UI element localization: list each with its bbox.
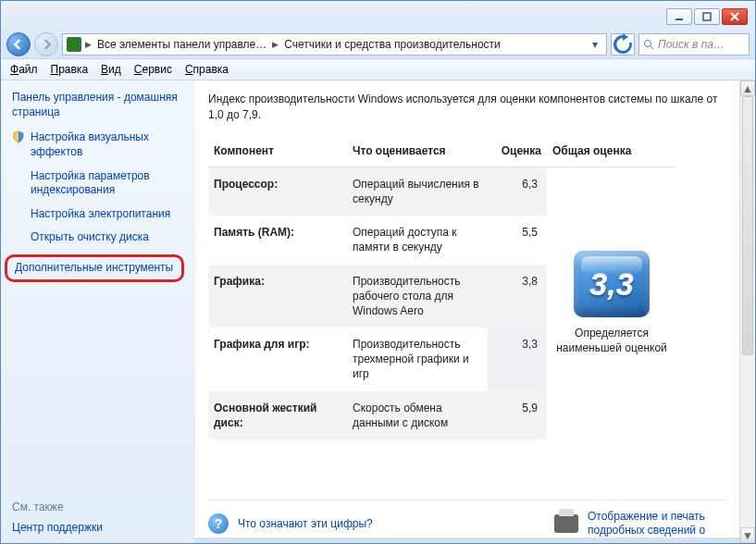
sidebar-item-advanced[interactable]: Дополнительные инструменты [5, 254, 184, 282]
row-graphics-label: Графика: [208, 265, 347, 328]
svg-point-4 [645, 41, 651, 47]
minimize-button[interactable] [666, 8, 692, 25]
search-box[interactable]: Поиск в па… [638, 33, 750, 56]
nav-row: ▶ Все элементы панели управле… ▶ Счетчик… [6, 31, 750, 58]
row-graphics-score: 3,8 [488, 265, 547, 328]
shield-icon [12, 130, 25, 143]
th-what: Что оценивается [347, 139, 488, 167]
sidebar: Панель управления - домашняя страница На… [1, 80, 195, 543]
row-ram-what: Операций доступа к памяти в секунду [347, 216, 488, 264]
row-gaming-label: Графика для игр: [208, 328, 347, 391]
breadcrumb-sep: ▶ [272, 40, 279, 49]
link-what-numbers[interactable]: Что означают эти цифры? [238, 517, 373, 531]
address-bar[interactable]: ▶ Все элементы панели управле… ▶ Счетчик… [62, 33, 607, 56]
see-also-heading: См. также [12, 501, 184, 513]
sidebar-item-label: Дополнительные инструменты [15, 261, 173, 276]
close-button[interactable] [722, 8, 748, 25]
row-cpu-score: 6,3 [488, 167, 547, 216]
row-hdd-label: Основной жесткий диск: [208, 391, 347, 439]
menubar: Файл Правка Вид Сервис Справка [1, 58, 755, 80]
th-score: Оценка [488, 139, 547, 167]
breadcrumb-page[interactable]: Счетчики и средства производительности [279, 38, 505, 51]
window: ▶ Все элементы панели управле… ▶ Счетчик… [0, 0, 756, 544]
footer-links: ? Что означают эти цифры? Отображение и … [208, 500, 726, 543]
base-score-badge: 3,3 [574, 251, 650, 317]
scrollbar[interactable]: ▲ ▼ [739, 80, 755, 543]
control-panel-icon [67, 37, 81, 52]
sidebar-home-link[interactable]: Панель управления - домашняя страница [12, 90, 184, 119]
search-icon [643, 39, 654, 50]
row-ram-label: Память (RAM): [208, 216, 347, 264]
svg-line-5 [651, 46, 653, 49]
svg-rect-1 [703, 13, 711, 20]
scroll-track[interactable] [740, 96, 755, 527]
sidebar-links: Настройка визуальных эффектов Настройка … [12, 130, 184, 281]
th-base: Общая оценка [547, 139, 676, 167]
sidebar-item-label: Настройка визуальных эффектов [31, 130, 184, 159]
titlebar [6, 6, 750, 27]
scroll-thumb[interactable] [742, 96, 753, 355]
menu-view[interactable]: Вид [101, 63, 121, 76]
sidebar-support-link[interactable]: Центр поддержки [12, 521, 184, 534]
address-dropdown[interactable]: ▾ [588, 38, 602, 51]
refresh-button[interactable] [611, 33, 635, 56]
help-icon: ? [208, 513, 229, 534]
intro-text: Индекс производительности Windows исполь… [208, 92, 726, 124]
th-component: Компонент [208, 139, 347, 167]
window-chrome: ▶ Все элементы панели управле… ▶ Счетчик… [1, 1, 755, 58]
sidebar-item-indexing[interactable]: Настройка параметров индексирования [12, 169, 184, 198]
menu-edit[interactable]: Правка [51, 63, 89, 76]
content: Панель управления - домашняя страница На… [1, 80, 755, 543]
printer-icon [554, 514, 578, 533]
breadcrumb-sep: ▶ [85, 40, 92, 49]
row-cpu-what: Операций вычисления в секунду [347, 167, 488, 216]
menu-help[interactable]: Справка [185, 63, 229, 76]
sidebar-item-diskcleanup[interactable]: Открыть очистку диска [12, 230, 184, 245]
menu-file[interactable]: Файл [10, 63, 38, 76]
sidebar-item-label: Настройка параметров индексирования [31, 169, 184, 198]
maximize-button[interactable] [694, 8, 720, 25]
row-gaming-what: Производительность трехмерной графики и … [347, 328, 488, 391]
row-ram-score: 5,5 [488, 216, 547, 264]
search-placeholder: Поиск в па… [658, 38, 725, 51]
scroll-up-button[interactable]: ▲ [740, 80, 755, 96]
sidebar-item-label: Настройка электропитания [31, 207, 170, 222]
breadcrumb-cp[interactable]: Все элементы панели управле… [92, 38, 272, 51]
forward-button[interactable] [34, 32, 58, 56]
link-print-details[interactable]: Отображение и печать подробных сведений … [588, 510, 726, 538]
row-hdd-score: 5,9 [488, 391, 547, 439]
back-button[interactable] [6, 32, 31, 56]
menu-tools[interactable]: Сервис [134, 63, 172, 76]
base-score-caption: Определяется наименьшей оценкой [551, 327, 673, 355]
sidebar-item-visual[interactable]: Настройка визуальных эффектов [12, 130, 184, 159]
base-score-col: 3,3 Определяется наименьшей оценкой [547, 167, 676, 439]
row-gaming-score: 3,3 [488, 328, 547, 391]
main-panel: Индекс производительности Windows исполь… [195, 80, 739, 543]
scores-table: Компонент Что оценивается Оценка Общая о… [208, 139, 726, 439]
row-cpu-label: Процессор: [208, 167, 347, 216]
row-hdd-what: Скорость обмена данными с диском [347, 391, 488, 439]
row-graphics-what: Производительность рабочего стола для Wi… [347, 265, 488, 328]
sidebar-item-label: Открыть очистку диска [31, 230, 149, 245]
sidebar-item-power[interactable]: Настройка электропитания [12, 207, 184, 222]
scroll-down-button[interactable]: ▼ [740, 527, 755, 543]
